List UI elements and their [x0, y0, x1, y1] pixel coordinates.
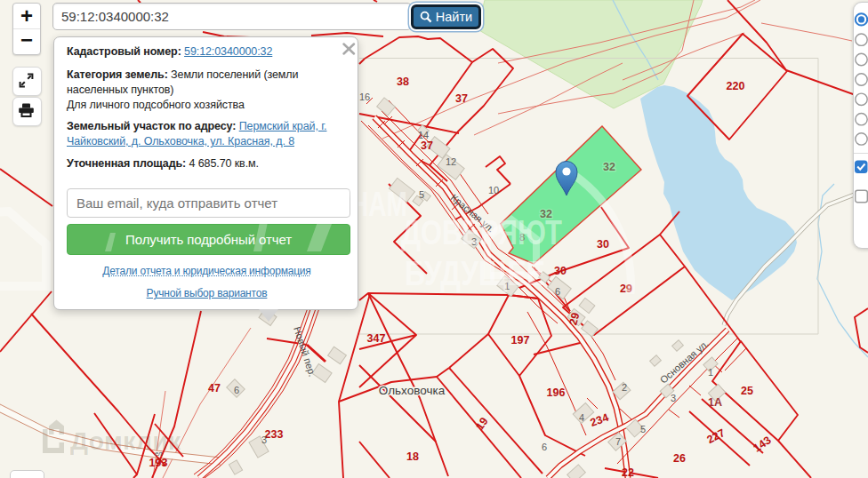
svg-text:197: 197 [511, 334, 530, 347]
svg-text:220: 220 [727, 80, 745, 92]
svg-text:10: 10 [488, 185, 499, 195]
svg-text:233: 233 [265, 428, 284, 441]
svg-text:37: 37 [455, 92, 468, 105]
svg-text:143: 143 [751, 434, 773, 454]
svg-text:6: 6 [542, 442, 547, 452]
svg-text:7: 7 [615, 436, 621, 447]
svg-text:18: 18 [406, 450, 419, 463]
svg-text:22: 22 [622, 466, 634, 478]
svg-text:30: 30 [597, 238, 609, 251]
svg-text:19: 19 [473, 415, 490, 432]
svg-text:47: 47 [208, 382, 221, 394]
svg-text:Основная ул.: Основная ул. [658, 338, 711, 386]
svg-text:26: 26 [673, 452, 686, 465]
svg-text:1: 1 [708, 367, 713, 378]
svg-text:5: 5 [419, 189, 424, 200]
svg-text:6: 6 [555, 286, 560, 297]
svg-text:37: 37 [421, 139, 433, 152]
svg-text:3: 3 [261, 434, 267, 445]
svg-text:Ольховочка: Ольховочка [379, 384, 446, 397]
svg-text:16: 16 [359, 92, 370, 102]
svg-text:25: 25 [741, 385, 753, 397]
svg-text:2: 2 [622, 382, 627, 393]
svg-text:196: 196 [547, 386, 566, 399]
svg-text:347: 347 [367, 332, 386, 345]
svg-text:14: 14 [418, 130, 429, 140]
svg-text:32: 32 [603, 161, 615, 173]
svg-text:30: 30 [554, 265, 567, 277]
svg-text:38: 38 [397, 76, 409, 88]
svg-text:1А: 1А [708, 396, 722, 409]
svg-text:193: 193 [149, 457, 168, 469]
svg-text:4: 4 [579, 412, 584, 423]
svg-text:Домклик: Домклик [70, 427, 181, 455]
svg-text:6: 6 [234, 385, 239, 395]
svg-text:5: 5 [640, 424, 646, 434]
svg-text:3: 3 [671, 393, 676, 403]
svg-text:НАМ: НАМ [350, 186, 407, 223]
svg-text:12: 12 [446, 156, 456, 167]
